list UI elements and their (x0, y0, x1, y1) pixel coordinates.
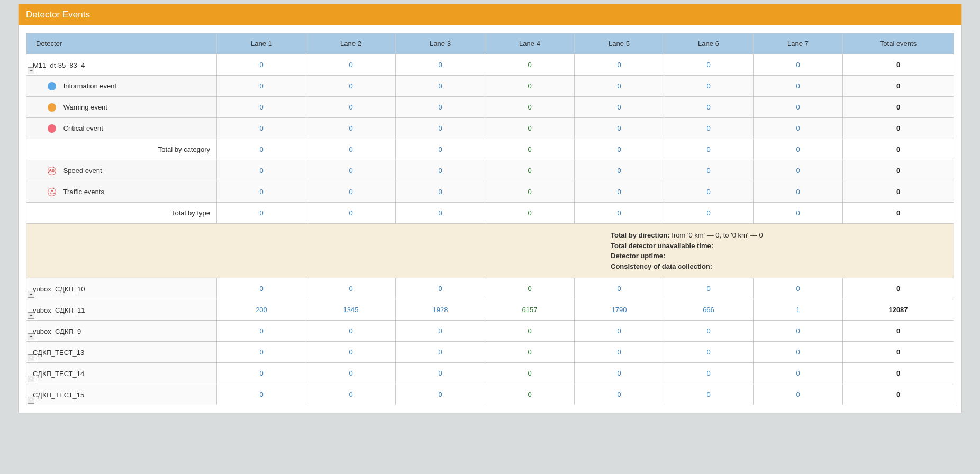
expand-toggle[interactable]: + (28, 376, 34, 382)
cell-value[interactable]: 0 (706, 390, 710, 398)
cell-value[interactable]: 0 (438, 209, 442, 217)
collapse-toggle[interactable]: − (28, 67, 34, 74)
cell-value[interactable]: 0 (349, 82, 352, 90)
col-lane-1[interactable]: Lane 1 (217, 33, 306, 54)
expand-toggle[interactable]: + (28, 333, 34, 340)
cell-value[interactable]: 0 (617, 390, 621, 398)
cell-value[interactable]: 0 (259, 103, 263, 111)
cell-value[interactable]: 0 (259, 369, 263, 377)
cell-value[interactable]: 0 (349, 103, 352, 111)
cell-value[interactable]: 0 (259, 61, 263, 69)
cell-value[interactable]: 0 (349, 61, 352, 69)
cell-value[interactable]: 0 (796, 327, 800, 335)
cell-value[interactable]: 0 (796, 188, 800, 196)
cell-value[interactable]: 0 (617, 348, 621, 356)
cell-value[interactable]: 0 (617, 327, 621, 335)
col-lane-6[interactable]: Lane 6 (664, 33, 754, 54)
cell-value[interactable]: 0 (528, 327, 531, 335)
cell-value[interactable]: 0 (617, 167, 621, 175)
cell-value[interactable]: 0 (796, 348, 800, 356)
cell-value[interactable]: 0 (528, 348, 531, 356)
cell-value[interactable]: 0 (617, 82, 621, 90)
cell-value[interactable]: 0 (796, 285, 800, 293)
cell-value[interactable]: 0 (259, 285, 263, 293)
cell-value[interactable]: 1 (796, 306, 800, 314)
cell-value[interactable]: 0 (259, 209, 263, 217)
cell-value[interactable]: 0 (259, 167, 263, 175)
cell-value[interactable]: 0 (796, 124, 800, 132)
cell-value[interactable]: 0 (706, 103, 710, 111)
cell-value[interactable]: 200 (256, 306, 267, 314)
cell-value[interactable]: 0 (706, 82, 710, 90)
col-lane-2[interactable]: Lane 2 (306, 33, 396, 54)
cell-value[interactable]: 0 (796, 209, 800, 217)
cell-value[interactable]: 0 (349, 124, 352, 132)
expand-toggle[interactable]: + (28, 354, 34, 361)
cell-value[interactable]: 0 (349, 285, 352, 293)
cell-value[interactable]: 0 (438, 145, 442, 153)
cell-value[interactable]: 0 (438, 82, 442, 90)
cell-value[interactable]: 0 (349, 188, 352, 196)
cell-value[interactable]: 0 (706, 167, 710, 175)
cell-value[interactable]: 1790 (612, 306, 627, 314)
cell-value[interactable]: 1928 (433, 306, 448, 314)
col-lane-7[interactable]: Lane 7 (754, 33, 843, 54)
cell-value[interactable]: 0 (706, 348, 710, 356)
cell-value[interactable]: 0 (617, 61, 621, 69)
expand-toggle[interactable]: + (28, 397, 34, 404)
cell-value[interactable]: 0 (259, 82, 263, 90)
cell-value[interactable]: 0 (259, 188, 263, 196)
cell-value[interactable]: 0 (617, 369, 621, 377)
cell-value[interactable]: 0 (349, 145, 352, 153)
cell-value[interactable]: 0 (528, 285, 531, 293)
cell-value[interactable]: 0 (528, 369, 531, 377)
cell-value[interactable]: 0 (528, 61, 531, 69)
cell-value[interactable]: 0 (438, 369, 442, 377)
cell-value[interactable]: 0 (438, 327, 442, 335)
cell-value[interactable]: 0 (617, 103, 621, 111)
cell-value[interactable]: 0 (528, 103, 531, 111)
cell-value[interactable]: 0 (796, 61, 800, 69)
cell-value[interactable]: 0 (438, 348, 442, 356)
cell-value[interactable]: 0 (438, 124, 442, 132)
col-lane-3[interactable]: Lane 3 (396, 33, 485, 54)
cell-value[interactable]: 0 (706, 145, 710, 153)
col-total[interactable]: Total events (843, 33, 954, 54)
cell-value[interactable]: 0 (706, 188, 710, 196)
cell-value[interactable]: 0 (528, 209, 531, 217)
col-lane-5[interactable]: Lane 5 (575, 33, 664, 54)
cell-value[interactable]: 0 (528, 145, 531, 153)
cell-value[interactable]: 0 (796, 390, 800, 398)
cell-value[interactable]: 0 (528, 188, 531, 196)
cell-value[interactable]: 0 (617, 124, 621, 132)
cell-value[interactable]: 0 (706, 369, 710, 377)
cell-value[interactable]: 666 (703, 306, 714, 314)
cell-value[interactable]: 0 (617, 285, 621, 293)
expand-toggle[interactable]: + (28, 312, 34, 319)
expand-toggle[interactable]: + (28, 291, 34, 298)
col-lane-4[interactable]: Lane 4 (485, 33, 575, 54)
cell-value[interactable]: 0 (796, 82, 800, 90)
cell-value[interactable]: 0 (349, 390, 352, 398)
cell-value[interactable]: 0 (796, 145, 800, 153)
cell-value[interactable]: 0 (706, 61, 710, 69)
cell-value[interactable]: 0 (438, 390, 442, 398)
cell-value[interactable]: 0 (349, 327, 352, 335)
cell-value[interactable]: 6157 (522, 306, 538, 314)
cell-value[interactable]: 0 (259, 124, 263, 132)
cell-value[interactable]: 0 (617, 209, 621, 217)
col-detector[interactable]: Detector (26, 33, 217, 54)
cell-value[interactable]: 0 (617, 145, 621, 153)
cell-value[interactable]: 0 (796, 167, 800, 175)
cell-value[interactable]: 0 (528, 167, 531, 175)
cell-value[interactable]: 0 (349, 348, 352, 356)
cell-value[interactable]: 0 (438, 61, 442, 69)
cell-value[interactable]: 0 (438, 188, 442, 196)
cell-value[interactable]: 0 (349, 167, 352, 175)
cell-value[interactable]: 0 (796, 369, 800, 377)
cell-value[interactable]: 0 (438, 103, 442, 111)
cell-value[interactable]: 0 (438, 167, 442, 175)
cell-value[interactable]: 0 (617, 188, 621, 196)
cell-value[interactable]: 1345 (343, 306, 359, 314)
cell-value[interactable]: 0 (259, 390, 263, 398)
